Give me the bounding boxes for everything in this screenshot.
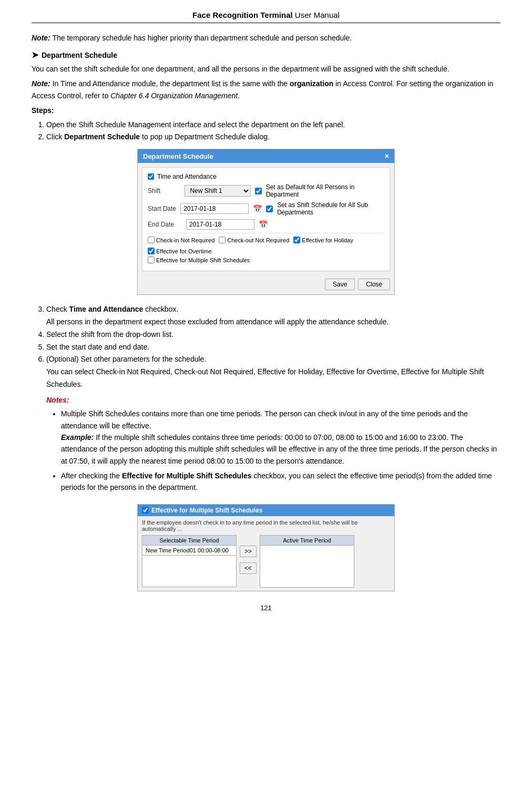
checkout-label: Check-out Not Required [227, 237, 289, 243]
start-date-calendar-icon[interactable]: 📅 [253, 204, 262, 213]
step6-desc: You can select Check-in Not Required, Ch… [46, 367, 484, 388]
step5-item: Set the start date and end date. [46, 341, 500, 354]
checkin-label: Check-in Not Required [156, 237, 214, 243]
step1-item: Open the Shift Schedule Management inter… [46, 119, 500, 131]
step3-desc: All persons in the department expect tho… [46, 317, 388, 326]
dialog-title: Department Schedule [143, 152, 213, 160]
page-header: Face Recognition Terminal User Manual [32, 11, 500, 23]
step3-item: Check Time and Attendance checkbox. All … [46, 303, 500, 329]
empty-row1 [142, 555, 237, 587]
multiple-shift-checkbox[interactable] [148, 257, 155, 263]
step2-bold: Department Schedule [64, 132, 140, 141]
dialog-body: Time and Attendance Shift New Shift 1 Se… [142, 167, 390, 271]
shift-label: Shift [148, 187, 180, 194]
dept-schedule-heading: ➤ Department Schedule [32, 50, 500, 60]
selectable-time-period-table: Selectable Time Period New Time Period01… [142, 535, 237, 587]
step2-item: Click Department Schedule to pop up Depa… [46, 131, 500, 143]
note2-bold: organization [290, 79, 333, 88]
arrow-buttons: >> << [240, 535, 257, 574]
step3-pre: Check [46, 305, 69, 313]
left-table-header: Selectable Time Period [142, 535, 237, 545]
end-date-calendar-icon[interactable]: 📅 [259, 220, 268, 229]
bullet2-item: After checking the Effective for Multipl… [61, 470, 500, 494]
checkin-checkbox[interactable] [148, 237, 155, 243]
bullet1-item: Multiple Shift Schedules contains more t… [61, 408, 500, 467]
notes-list: Multiple Shift Schedules contains more t… [46, 408, 500, 494]
ta-checkbox-label: Time and Attendance [157, 173, 217, 180]
step4-item: Select the shift from the drop-down list… [46, 329, 500, 341]
options-row2: Effective for Multiple Shift Schedules [148, 257, 384, 263]
start-date-input[interactable] [180, 203, 249, 214]
dialog2-body: If the employee doesn't check in to any … [138, 516, 394, 591]
save-button[interactable]: Save [325, 279, 355, 290]
ta-checkbox[interactable] [148, 173, 154, 180]
close-button[interactable]: Close [358, 279, 390, 290]
end-date-row: End Date 📅 [148, 219, 384, 230]
bullet2-pre: After checking the [61, 471, 122, 480]
move-left-button[interactable]: << [240, 562, 257, 574]
note2-text: In Time and Attendance module, the depar… [50, 79, 290, 88]
shift-select[interactable]: New Shift 1 [185, 185, 250, 197]
dialog2-box: Effective for Multiple Shift Schedules I… [137, 504, 395, 591]
dialog-close-icon[interactable]: × [385, 152, 389, 160]
steps-list: Open the Shift Schedule Management inter… [32, 119, 500, 144]
step6-text: (Optional) Set other parameters for the … [46, 355, 206, 363]
overtime-label: Effective for Overtime [156, 248, 212, 254]
dialog2-info-text: If the employee doesn't check in to any … [142, 519, 390, 532]
note2-end: . [238, 91, 240, 100]
bullet1-example-label: Example: [61, 433, 94, 442]
checkout-checkbox[interactable] [219, 237, 226, 243]
dialog2-title: Effective for Multiple Shift Schedules [151, 507, 262, 514]
step2-post: to pop up Department Schedule dialog. [140, 132, 270, 141]
move-right-button[interactable]: >> [240, 546, 257, 557]
options-section: Check-in Not Required Check-out Not Requ… [148, 233, 384, 263]
overtime-option: Effective for Overtime [148, 248, 212, 254]
options-row1: Check-in Not Required Check-out Not Requ… [148, 237, 384, 254]
bullet1-main: Multiple Shift Schedules contains more t… [61, 409, 468, 429]
holiday-checkbox[interactable] [293, 237, 300, 243]
time-period-row: New Time Period01 00:00-08:00 [142, 545, 237, 555]
default-checkbox-label: Set as Default for All Persons in Depart… [266, 183, 384, 198]
shift-row: Shift New Shift 1 Set as Default for All… [148, 183, 384, 198]
default-checkbox[interactable] [255, 188, 262, 194]
start-date-label: Start Date [148, 205, 176, 212]
note2-paragraph: Note: In Time and Attendance module, the… [32, 78, 500, 101]
dialog-footer: Save Close [138, 275, 394, 294]
right-table-header: Active Time Period [260, 535, 354, 545]
note1-text: The temporary schedule has higher priori… [50, 34, 352, 42]
checkout-option: Check-out Not Required [219, 237, 289, 243]
bullet2-bold: Effective for Multiple Shift Schedules [122, 471, 252, 480]
note2-label: Note: [32, 79, 50, 88]
checkin-option: Check-in Not Required [148, 237, 214, 243]
dialog-wrapper: Department Schedule × Time and Attendanc… [32, 149, 500, 295]
end-date-label: End Date [148, 221, 182, 228]
steps-list-2: Check Time and Attendance checkbox. All … [32, 303, 500, 494]
step2-pre: Click [46, 132, 64, 141]
sub-dept-checkbox-label: Set as Shift Schedule for All Sub Depart… [277, 201, 384, 216]
dept-schedule-title: Department Schedule [42, 51, 117, 59]
active-time-period-table: Active Time Period [260, 535, 354, 588]
dialog-title-bar: Department Schedule × [138, 149, 394, 163]
end-date-input[interactable] [186, 219, 254, 230]
note1-paragraph: Note: The temporary schedule has higher … [32, 33, 500, 44]
steps-label: Steps: [32, 105, 500, 116]
note2-italic: Chapter 6.4 Organization Management [110, 91, 238, 100]
step3-post: checkbox. [143, 305, 178, 313]
active-empty-row [260, 545, 354, 587]
overtime-checkbox[interactable] [148, 248, 155, 254]
active-period-cell [260, 545, 354, 587]
header-title: Face Recognition Terminal [192, 11, 293, 19]
bullet1-example-text: If the multiple shift schedules contains… [61, 433, 497, 465]
step6-item: (Optional) Set other parameters for the … [46, 353, 500, 494]
dept-schedule-para1: You can set the shift schedule for one d… [32, 63, 500, 75]
start-date-row: Start Date 📅 Set as Shift Schedule for A… [148, 201, 384, 216]
multiple-shift-label: Effective for Multiple Shift Schedules [156, 257, 250, 263]
dialog2-title-checkbox[interactable] [142, 507, 149, 514]
notes-label: Notes: [46, 394, 500, 406]
ta-checkbox-row: Time and Attendance [148, 173, 384, 180]
dialog2-table-area: Selectable Time Period New Time Period01… [142, 535, 390, 588]
holiday-label: Effective for Holiday [302, 237, 353, 243]
holiday-option: Effective for Holiday [293, 237, 353, 243]
page-number: 121 [32, 604, 500, 612]
sub-dept-checkbox[interactable] [266, 206, 273, 212]
